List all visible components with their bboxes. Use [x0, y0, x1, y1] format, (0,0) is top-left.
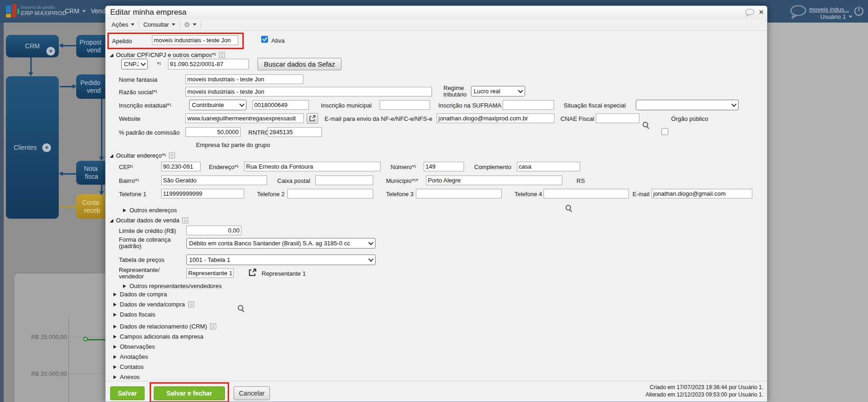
- collapse-closed-icon: [113, 365, 117, 369]
- numero-input[interactable]: [424, 162, 464, 171]
- inscricao-estadual-select[interactable]: Contribuinte: [189, 100, 246, 110]
- representante-linked-name[interactable]: Representante 1: [262, 270, 306, 277]
- section-label: Anexos: [120, 374, 140, 380]
- section-dados-venda-label: Ocultar dados de venda: [116, 217, 179, 224]
- modified-timestamp: Alterado em 12/12/2023 09:53:00 por Usuá…: [645, 391, 763, 398]
- bairro-input[interactable]: [161, 176, 267, 185]
- external-link-icon[interactable]: [248, 268, 257, 277]
- power-icon[interactable]: [853, 6, 865, 17]
- close-icon[interactable]: ✕: [759, 9, 764, 16]
- flow-node-pedido-line2: vend: [87, 87, 101, 95]
- cnpj-type-select[interactable]: CNPJ: [121, 59, 148, 69]
- nome-fantasia-input[interactable]: [185, 74, 303, 84]
- notes-icon[interactable]: [188, 301, 194, 307]
- toolbar-consultar-menu[interactable]: Consultar: [139, 19, 179, 30]
- chat-bubble-icon[interactable]: [790, 5, 807, 19]
- telefone2-input[interactable]: [287, 189, 373, 198]
- arrowhead-down: [99, 191, 104, 195]
- arrow-line: [63, 173, 76, 175]
- flow-node-conta-line2: receb: [84, 207, 100, 215]
- section-campos-adicionais[interactable]: Campos adicionais da empresa: [113, 333, 203, 340]
- toolbar-consultar-label: Consultar: [143, 21, 169, 28]
- section-cpf-cnpj[interactable]: ◢ Ocultar CPF/CNPJ e outros campos*¹: [110, 51, 225, 58]
- buscar-sefaz-button[interactable]: Buscar dados da Sefaz: [258, 58, 342, 70]
- cep-label: CEP¹: [119, 164, 133, 170]
- company-link[interactable]: moveis indus...: [809, 6, 849, 13]
- section-dados-crm[interactable]: Dados de relacionamento (CRM): [113, 323, 216, 330]
- toolbar-settings-menu[interactable]: ⚙: [180, 19, 201, 30]
- suframa-input[interactable]: [503, 100, 554, 110]
- section-anotacoes[interactable]: Anotações: [113, 353, 148, 360]
- section-endereco[interactable]: ◢ Ocultar endereço*¹: [110, 152, 175, 159]
- limite-credito-label: Limite de crédito (R$): [119, 227, 176, 234]
- ativa-checkbox[interactable]: [261, 36, 268, 43]
- website-input[interactable]: [185, 113, 304, 123]
- email-input[interactable]: [651, 189, 752, 198]
- search-icon[interactable]: [565, 204, 572, 212]
- section-label: Campos adicionais da empresa: [120, 333, 203, 340]
- plus-icon[interactable]: +: [42, 143, 51, 152]
- forma-cobranca-select[interactable]: Débito em conta Banco Santander (Brasil)…: [186, 238, 375, 249]
- situacao-fiscal-select[interactable]: [636, 100, 739, 110]
- notes-icon[interactable]: [219, 52, 225, 58]
- situacao-fiscal-label: Situação fiscal especial: [564, 102, 626, 109]
- plus-icon[interactable]: +: [46, 47, 55, 56]
- telefone4-label: Telefone 4: [515, 191, 542, 198]
- endereco-input[interactable]: [244, 162, 381, 171]
- chart-point-marker: [83, 337, 88, 341]
- municipio-input[interactable]: [426, 176, 562, 185]
- search-icon[interactable]: [237, 305, 245, 312]
- salvar-fechar-button[interactable]: Salvar e fechar: [154, 386, 225, 400]
- comissao-input[interactable]: [185, 127, 241, 137]
- endereco-label: Endereço*¹: [209, 164, 239, 170]
- cancelar-button[interactable]: Cancelar: [234, 386, 270, 400]
- regime-select[interactable]: Lucro real: [471, 86, 525, 96]
- outros-enderecos-toggle[interactable]: Outros endereços: [123, 207, 177, 214]
- section-contatos[interactable]: Contatos: [113, 363, 144, 370]
- cnae-input[interactable]: [596, 113, 639, 123]
- outros-representantes-toggle[interactable]: Outros representantes/vendedores: [123, 283, 222, 289]
- section-anexos[interactable]: Anexos: [113, 374, 140, 380]
- salvar-button[interactable]: Salvar: [110, 386, 145, 400]
- representante-input[interactable]: [186, 268, 234, 278]
- maxiprod-logo-icon[interactable]: [6, 4, 20, 18]
- tabela-precos-select[interactable]: 1001 - Tabela 1: [186, 255, 375, 265]
- gridline-20k: [69, 374, 105, 374]
- flow-node-clientes[interactable]: Clientes +: [6, 76, 59, 219]
- complemento-input[interactable]: [517, 162, 580, 171]
- cnpj-input[interactable]: [168, 59, 249, 69]
- toolbar-acoes-menu[interactable]: Ações: [107, 19, 139, 30]
- orgao-publico-checkbox[interactable]: [661, 128, 668, 135]
- telefone3-input[interactable]: [416, 189, 502, 198]
- rntrc-input[interactable]: [268, 127, 322, 137]
- section-dados-venda[interactable]: ◢ Ocultar dados de venda: [110, 217, 188, 224]
- comment-bubble-icon[interactable]: [745, 9, 755, 17]
- inscricao-municipal-input[interactable]: [380, 100, 430, 110]
- flow-node-crm[interactable]: CRM +: [6, 35, 59, 57]
- razao-social-input[interactable]: [185, 87, 432, 96]
- section-dados-fiscais[interactable]: Dados fiscais: [113, 311, 155, 318]
- notes-icon[interactable]: [182, 217, 188, 223]
- limite-credito-input[interactable]: [186, 226, 241, 235]
- caixa-postal-input[interactable]: [315, 176, 373, 185]
- notes-icon[interactable]: [169, 153, 175, 159]
- collapse-closed-icon: [113, 303, 117, 306]
- search-icon[interactable]: [642, 121, 650, 129]
- section-dados-venda-compra[interactable]: Dados de venda/compra: [113, 301, 194, 308]
- section-observacoes[interactable]: Observações: [113, 343, 155, 350]
- user-menu[interactable]: Usuário 1: [820, 13, 852, 20]
- cep-input[interactable]: [161, 162, 201, 171]
- email-nfe-input[interactable]: [437, 113, 554, 123]
- arrow-crm-to-clientes: [30, 57, 32, 73]
- notes-icon[interactable]: [210, 323, 216, 329]
- menu-crm[interactable]: CRM: [65, 7, 86, 15]
- open-website-button[interactable]: [307, 113, 318, 124]
- section-label: Anotações: [120, 353, 148, 360]
- section-dados-compra[interactable]: Dados de compra: [113, 291, 167, 298]
- telefone1-input[interactable]: [161, 189, 244, 198]
- telefone4-input[interactable]: [543, 189, 629, 198]
- apelido-input[interactable]: [152, 35, 238, 45]
- inscricao-estadual-input[interactable]: [252, 100, 309, 110]
- section-cpf-cnpj-label: Ocultar CPF/CNPJ e outros campos*¹: [116, 51, 216, 58]
- flow-node-crm-label: CRM: [25, 42, 40, 50]
